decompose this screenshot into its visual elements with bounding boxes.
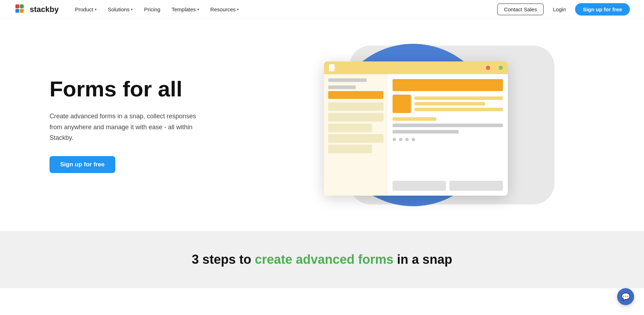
hero-signup-button[interactable]: Sign up for free <box>50 156 115 173</box>
browser-body <box>324 74 508 196</box>
form-left-panel <box>324 74 388 196</box>
form-url-bar <box>328 78 367 82</box>
login-button[interactable]: Login <box>548 4 571 15</box>
navigation: stackby Product ▾ Solutions ▾ Pricing Te… <box>0 0 644 19</box>
response-dots <box>393 138 503 141</box>
dot-2 <box>399 138 402 141</box>
response-line-2 <box>414 102 485 106</box>
nav-item-product[interactable]: Product ▾ <box>70 4 101 14</box>
stackby-logo-icon <box>14 3 27 16</box>
hero-section: Forms for all Create advanced forms in a… <box>0 19 644 231</box>
bottom-section: 3 steps to create advanced forms in a sn… <box>0 231 644 288</box>
dot-4 <box>412 138 415 141</box>
hero-description: Create advanced forms in a snap, collect… <box>50 111 205 143</box>
nav-right: Contact Sales Login Sign up for free <box>497 3 630 16</box>
nav-item-solutions[interactable]: Solutions ▾ <box>103 4 138 14</box>
bottom-heading-part1: 3 steps to <box>192 252 255 267</box>
window-dot-red <box>486 66 490 70</box>
svg-rect-1 <box>20 4 24 8</box>
document-icon <box>329 64 335 71</box>
chevron-down-icon: ▾ <box>237 7 239 11</box>
response-line-1 <box>414 96 503 100</box>
form-field-4 <box>328 134 383 143</box>
chevron-down-icon: ▾ <box>95 7 97 11</box>
bottom-heading: 3 steps to create advanced forms in a sn… <box>14 252 630 267</box>
nav-item-templates[interactable]: Templates ▾ <box>167 4 204 14</box>
nav-signup-button[interactable]: Sign up for free <box>575 3 630 16</box>
form-field-2 <box>328 113 383 121</box>
nav-item-resources[interactable]: Resources ▾ <box>205 4 244 14</box>
form-url-bar2 <box>328 85 356 89</box>
chevron-down-icon: ▾ <box>131 7 133 11</box>
logo-link[interactable]: stackby <box>14 3 59 16</box>
bottom-heading-part2: in a snap <box>394 252 452 267</box>
svg-rect-0 <box>16 4 19 8</box>
response-gray-line-2 <box>393 130 459 133</box>
form-header-orange <box>328 91 383 99</box>
form-right-panel <box>388 74 508 196</box>
response-square-block <box>393 95 411 113</box>
response-buttons <box>393 181 503 191</box>
response-line-3 <box>414 108 503 111</box>
browser-mockup <box>324 61 508 196</box>
response-short-line <box>393 117 437 121</box>
chevron-down-icon: ▾ <box>197 7 199 11</box>
browser-titlebar <box>324 61 508 74</box>
resp-btn-2 <box>449 181 503 191</box>
form-field-5 <box>328 145 372 153</box>
bottom-heading-highlight: create advanced forms <box>255 252 393 267</box>
window-dot-yellow <box>492 66 497 70</box>
logo-text: stackby <box>30 5 59 14</box>
response-gray-line-1 <box>393 124 503 127</box>
svg-rect-3 <box>20 9 24 13</box>
svg-rect-2 <box>16 9 19 13</box>
hero-illustration <box>226 40 616 210</box>
response-orange-bar <box>393 79 503 91</box>
nav-item-pricing[interactable]: Pricing <box>139 4 165 14</box>
form-field-1 <box>328 102 383 111</box>
hero-title: Forms for all <box>50 77 226 101</box>
hero-content: Forms for all Create advanced forms in a… <box>50 77 226 173</box>
contact-sales-button[interactable]: Contact Sales <box>497 4 544 15</box>
resp-btn-1 <box>393 181 446 191</box>
nav-links: Product ▾ Solutions ▾ Pricing Templates … <box>70 4 497 14</box>
window-dot-green <box>499 66 503 70</box>
form-field-3 <box>328 124 372 132</box>
dot-3 <box>405 138 409 141</box>
dot-1 <box>393 138 396 141</box>
